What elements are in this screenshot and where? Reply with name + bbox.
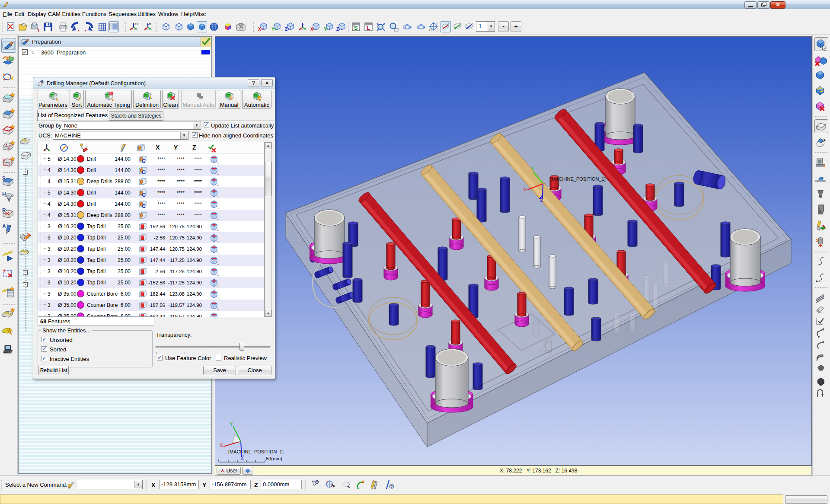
svg-text:Z-: Z- [336, 27, 340, 32]
svg-text:M: M [149, 22, 151, 26]
svg-text:Y-: Y- [324, 27, 328, 32]
svg-text:D: D [429, 29, 431, 32]
svg-text:[MACHINE_POSITION_1]: [MACHINE_POSITION_1] [228, 449, 284, 454]
svg-text:?: ? [390, 485, 393, 489]
svg-text:S: S [2, 175, 6, 182]
svg-text:Z+: Z+ [285, 27, 290, 32]
svg-text:Y: Y [230, 421, 233, 427]
svg-text:?: ? [316, 480, 318, 484]
svg-text:A: A [2, 223, 6, 230]
svg-text:X: X [447, 22, 450, 26]
svg-text:X: X [523, 187, 527, 192]
svg-text:Y: Y [531, 166, 535, 171]
svg-text:X+: X+ [258, 27, 264, 32]
svg-text:X-: X- [310, 27, 315, 32]
svg-text:[MACHINE_POSITION_1]: [MACHINE_POSITION_1] [550, 176, 606, 182]
svg-text:Z: Z [540, 198, 543, 203]
svg-text:XY: XY [134, 22, 139, 26]
svg-text:Z: Z [241, 455, 244, 461]
svg-text:Y+: Y+ [271, 27, 277, 32]
svg-text:X: X [220, 443, 223, 449]
svg-text:Z: Z [471, 22, 473, 26]
svg-text:Y: Y [459, 22, 462, 26]
svg-text:50(mm): 50(mm) [266, 456, 282, 461]
